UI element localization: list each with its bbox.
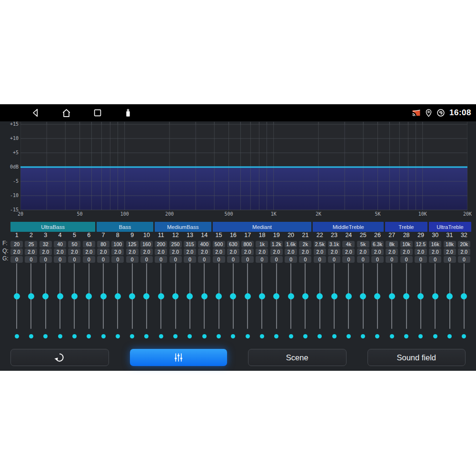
usb-drive-icon[interactable] — [123, 108, 133, 118]
slider-knob[interactable] — [461, 293, 467, 299]
sound-field-button[interactable]: Sound field — [367, 349, 466, 366]
channel-column-18: 181k2.00 — [255, 232, 269, 263]
gain-slider-7[interactable] — [96, 263, 110, 329]
gain-slider-16[interactable] — [226, 263, 240, 329]
slider-knob[interactable] — [115, 293, 121, 299]
gain-slider-2[interactable] — [24, 263, 38, 329]
gain-slider-28[interactable] — [399, 263, 413, 329]
gain-slider-24[interactable] — [341, 263, 356, 329]
slider-knob[interactable] — [172, 293, 178, 299]
gain-slider-29[interactable] — [414, 263, 428, 329]
slider-knob[interactable] — [143, 293, 149, 299]
slider-knob[interactable] — [417, 293, 424, 299]
y-tick-label: +10 — [2, 136, 19, 141]
slider-knob[interactable] — [331, 293, 337, 299]
slider-knob[interactable] — [245, 293, 251, 299]
slider-knob[interactable] — [288, 293, 294, 299]
channel-column-31: 3118k2.00 — [442, 232, 456, 263]
gain-slider-14[interactable] — [197, 263, 211, 329]
channel-number: 6 — [87, 232, 90, 239]
gain-value: 0 — [256, 256, 268, 263]
slider-knob[interactable] — [100, 293, 107, 299]
slider-knob[interactable] — [389, 293, 395, 299]
slider-knob[interactable] — [259, 293, 265, 299]
gain-value: 0 — [386, 256, 398, 263]
back-icon[interactable] — [30, 108, 41, 118]
gain-value: 0 — [328, 256, 340, 263]
gain-slider-13[interactable] — [183, 263, 197, 329]
slider-knob[interactable] — [28, 293, 34, 299]
gain-slider-8[interactable] — [110, 263, 125, 329]
gain-slider-10[interactable] — [139, 263, 154, 329]
gain-slider-3[interactable] — [39, 263, 53, 329]
gain-slider-23[interactable] — [327, 263, 341, 329]
gain-value: 0 — [357, 256, 369, 263]
slider-knob[interactable] — [403, 293, 409, 299]
slider-knob[interactable] — [432, 293, 438, 299]
slider-knob[interactable] — [317, 293, 323, 299]
gain-slider-31[interactable] — [442, 263, 456, 329]
gain-slider-15[interactable] — [211, 263, 226, 329]
channel-column-5: 5502.00 — [67, 232, 81, 263]
gain-slider-22[interactable] — [313, 263, 327, 329]
slider-knob[interactable] — [71, 293, 78, 299]
scene-button[interactable]: Scene — [248, 349, 347, 366]
gain-slider-5[interactable] — [67, 263, 81, 329]
gain-slider-6[interactable] — [82, 263, 96, 329]
slider-knob[interactable] — [446, 293, 453, 299]
slider-knob[interactable] — [158, 293, 164, 299]
gain-slider-19[interactable] — [269, 263, 284, 329]
slider-knob[interactable] — [346, 293, 352, 299]
gain-slider-11[interactable] — [154, 263, 168, 329]
channel-indicator-dot — [317, 334, 322, 338]
gain-slider-27[interactable] — [385, 263, 399, 329]
gain-slider-17[interactable] — [240, 263, 255, 329]
slider-knob[interactable] — [230, 293, 236, 299]
gain-value: 0 — [83, 256, 95, 263]
channel-indicator-dot — [43, 334, 48, 338]
equalizer-button[interactable] — [130, 349, 228, 366]
slider-knob[interactable] — [374, 293, 380, 299]
gain-slider-1[interactable] — [10, 263, 24, 329]
gain-slider-25[interactable] — [356, 263, 370, 329]
slider-knob[interactable] — [302, 293, 308, 299]
x-tick-label: 2K — [316, 211, 321, 217]
gain-slider-32[interactable] — [457, 263, 471, 329]
gain-slider-9[interactable] — [125, 263, 139, 329]
slider-bank — [10, 263, 471, 329]
home-icon[interactable] — [61, 108, 71, 118]
slider-knob[interactable] — [216, 293, 222, 299]
slider-knob[interactable] — [273, 293, 279, 299]
channel-indicator-dot — [87, 334, 91, 338]
gain-value: 0 — [10, 256, 23, 263]
gain-slider-12[interactable] — [168, 263, 182, 329]
slider-knob[interactable] — [42, 293, 49, 299]
slider-knob[interactable] — [14, 293, 20, 299]
x-tick-label: 200 — [165, 211, 174, 217]
slider-knob[interactable] — [57, 293, 63, 299]
gain-slider-20[interactable] — [284, 263, 298, 329]
channel-number: 18 — [259, 232, 266, 239]
slider-knob[interactable] — [129, 293, 135, 299]
channel-number: 30 — [432, 232, 438, 239]
slider-knob[interactable] — [86, 293, 92, 299]
slider-knob[interactable] — [360, 293, 366, 299]
slider-knob[interactable] — [201, 293, 208, 299]
frequency-value: 80 — [97, 241, 109, 248]
channel-column-23: 233.1k2.00 — [327, 232, 341, 263]
gain-value: 0 — [169, 256, 182, 263]
gain-slider-4[interactable] — [53, 263, 67, 329]
gain-slider-18[interactable] — [255, 263, 269, 329]
indicator-dot-row — [10, 333, 471, 339]
sound-field-button-label: Sound field — [397, 353, 436, 362]
gain-slider-30[interactable] — [428, 263, 442, 329]
reset-button[interactable] — [10, 349, 109, 366]
slider-knob[interactable] — [187, 293, 193, 299]
recents-icon[interactable] — [92, 108, 103, 118]
channel-column-14: 144002.00 — [197, 232, 211, 263]
channel-column-22: 222.5k2.00 — [313, 232, 327, 263]
gain-slider-21[interactable] — [298, 263, 312, 329]
gain-slider-26[interactable] — [370, 263, 385, 329]
channel-indicator-dot — [173, 334, 178, 338]
channel-indicator-dot — [188, 334, 192, 338]
